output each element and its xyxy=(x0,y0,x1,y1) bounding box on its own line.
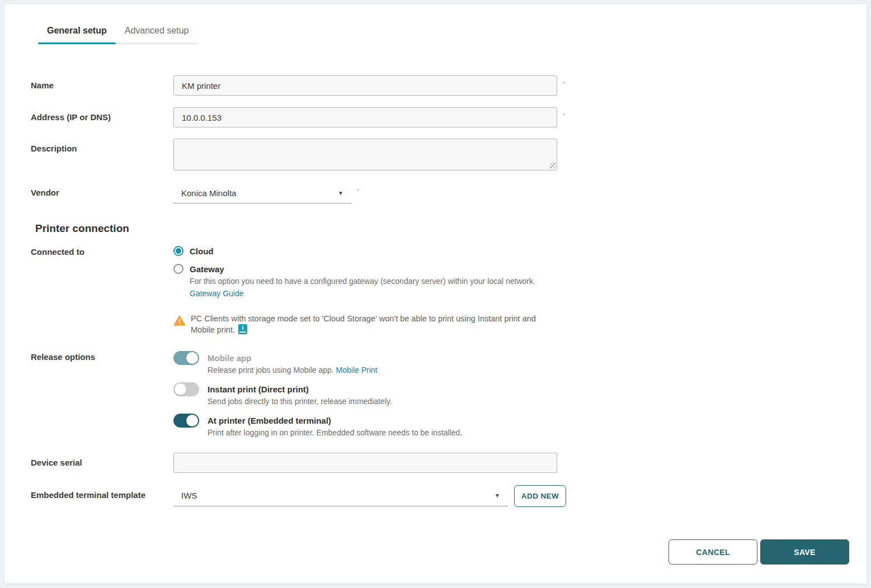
cloud-radio[interactable] xyxy=(173,246,183,256)
embedded-template-row: Embedded terminal template IWS ▼ ADD NEW xyxy=(31,485,867,507)
release-options-row: Release options Mobile app Release print… xyxy=(31,351,867,445)
printer-setup-card: General setup Advanced setup Name * Addr… xyxy=(4,4,867,584)
caret-down-icon: ▼ xyxy=(495,492,500,499)
address-input[interactable] xyxy=(173,107,557,127)
tab-general-setup[interactable]: General setup xyxy=(38,20,116,43)
warning-text: PC Clients with storage mode set to 'Clo… xyxy=(191,314,553,335)
warning-triangle-icon: ! xyxy=(173,315,186,326)
address-row: Address (IP or DNS) * xyxy=(31,107,867,127)
name-input[interactable] xyxy=(173,75,557,96)
caret-down-icon: ▼ xyxy=(338,190,343,196)
description-row: Description xyxy=(31,139,867,170)
mobile-app-toggle[interactable] xyxy=(173,351,199,365)
name-label: Name xyxy=(31,75,173,90)
mobile-app-description: Release print jobs using Mobile app. Mob… xyxy=(208,366,378,374)
mobile-print-link[interactable]: Mobile Print xyxy=(336,366,378,374)
instant-print-description: Send jobs directly to this printer, rele… xyxy=(208,397,392,406)
vendor-select[interactable]: Konica Minolta ▼ xyxy=(173,183,351,203)
cancel-button[interactable]: CANCEL xyxy=(668,539,757,565)
instant-print-title: Instant print (Direct print) xyxy=(208,382,392,396)
save-button[interactable]: SAVE xyxy=(760,539,849,565)
required-asterisk: * xyxy=(562,75,566,88)
setup-tabs: General setup Advanced setup xyxy=(38,20,197,44)
gateway-guide-link[interactable]: Gateway Guide xyxy=(190,289,244,298)
printer-connection-heading: Printer connection xyxy=(35,222,867,235)
cloud-radio-label: Cloud xyxy=(190,246,214,256)
svg-text:!: ! xyxy=(178,318,181,325)
required-asterisk: * xyxy=(562,107,566,120)
description-label: Description xyxy=(31,139,173,153)
embedded-template-select[interactable]: IWS ▼ xyxy=(173,486,508,506)
add-new-button[interactable]: ADD NEW xyxy=(514,485,566,507)
toggle-block-mobile-app: Mobile app Release print jobs using Mobi… xyxy=(173,351,462,374)
at-printer-title: At printer (Embedded terminal) xyxy=(208,414,462,428)
tab-advanced-setup[interactable]: Advanced setup xyxy=(116,20,198,43)
instant-print-toggle[interactable] xyxy=(173,382,199,396)
radio-option-cloud[interactable]: Cloud xyxy=(173,246,565,256)
name-row: Name * xyxy=(31,75,867,96)
release-options-label: Release options xyxy=(31,351,173,362)
gateway-radio-label: Gateway xyxy=(190,264,224,274)
required-asterisk: * xyxy=(356,183,360,196)
vendor-selected-value: Konica Minolta xyxy=(181,188,236,198)
toggle-knob xyxy=(175,383,186,395)
embedded-template-selected-value: IWS xyxy=(181,491,197,500)
connected-to-row: Connected to Cloud Gateway For this opti… xyxy=(31,246,867,335)
at-printer-toggle[interactable] xyxy=(173,414,199,428)
radio-option-gateway[interactable]: Gateway xyxy=(173,264,565,274)
mobile-app-title: Mobile app xyxy=(208,351,378,365)
toggle-knob xyxy=(186,352,198,364)
gateway-radio[interactable] xyxy=(173,264,183,274)
at-printer-description: Print after logging in on printer. Embed… xyxy=(208,428,462,437)
vendor-row: Vendor Konica Minolta ▼ * xyxy=(31,183,867,203)
device-serial-row: Device serial xyxy=(31,453,867,473)
description-textarea[interactable] xyxy=(173,139,557,170)
toggle-block-at-printer: At printer (Embedded terminal) Print aft… xyxy=(173,414,462,437)
device-serial-input[interactable] xyxy=(173,453,557,473)
toggle-knob xyxy=(186,415,198,426)
toggle-block-instant-print: Instant print (Direct print) Send jobs d… xyxy=(173,382,462,406)
info-book-icon[interactable] xyxy=(238,324,247,334)
embedded-template-label: Embedded terminal template xyxy=(31,485,173,500)
vendor-label: Vendor xyxy=(31,183,173,197)
form-actions: CANCEL SAVE xyxy=(668,539,849,565)
connected-to-label: Connected to xyxy=(31,246,173,257)
gateway-description: For this option you need to have a confi… xyxy=(190,277,565,287)
address-label: Address (IP or DNS) xyxy=(31,107,173,122)
device-serial-label: Device serial xyxy=(31,453,173,467)
cloud-storage-warning: ! PC Clients with storage mode set to 'C… xyxy=(173,314,565,335)
